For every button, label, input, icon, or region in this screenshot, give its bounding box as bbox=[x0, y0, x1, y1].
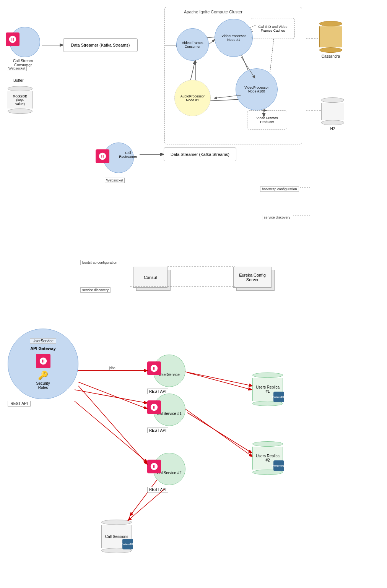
svg-line-16 bbox=[180, 405, 252, 457]
rest-api-label-1: REST API bbox=[8, 401, 31, 407]
call-service-2-node: CallService #2 REST API bbox=[147, 453, 185, 492]
call-stream-consumer-node: Call StreamConsumer bbox=[6, 23, 40, 67]
user-service-label: UserService bbox=[159, 373, 179, 377]
rocksdb-node: RocksDB (key-value) bbox=[8, 86, 33, 114]
postgresql-badge-2: PostgreSQL bbox=[273, 460, 284, 471]
consul-box: Consul bbox=[133, 267, 171, 292]
svg-line-14 bbox=[180, 371, 252, 386]
video-proc-node1-label: VideoProccesorNode #1 bbox=[221, 34, 246, 42]
service-discovery-label-2: service discovery bbox=[80, 287, 111, 293]
key-icon: 🔑 bbox=[38, 371, 48, 381]
user-service-inner-label: UserService bbox=[30, 338, 56, 344]
bootstrap-config-label-2: bootstrap configuration bbox=[80, 260, 119, 265]
call-sid-cache-label: Call SID and VideoFrames Caches bbox=[259, 25, 288, 32]
svg-line-20 bbox=[209, 40, 215, 44]
svg-line-30 bbox=[187, 413, 252, 453]
buffer-label: Buffer bbox=[13, 78, 24, 83]
call-sessions-label: Call Sessions bbox=[105, 535, 128, 539]
call-sessions-node: Call Sessions PostgreSQL bbox=[101, 520, 132, 553]
data-streamer-box-2: Data Streamer (Kafka Streams) bbox=[164, 147, 236, 161]
pg-label-3: PostgreSQL bbox=[121, 543, 135, 545]
rest-api-label-4: REST API bbox=[147, 487, 168, 492]
service-discovery-label-1: service discovery bbox=[262, 215, 292, 220]
cassandra-label: Cassandra bbox=[322, 54, 340, 58]
data-streamer-label-2: Data Streamer (Kafka Streams) bbox=[171, 152, 229, 157]
svg-line-31 bbox=[78, 386, 147, 464]
call-sid-cache-box: Call SID and VideoFrames Caches bbox=[251, 18, 295, 39]
postgresql-badge-3: PostgreSQL bbox=[122, 539, 133, 549]
bootstrap-config-label-1: bootstrap configuration bbox=[260, 186, 299, 192]
security-roles-label: SecurityRoles bbox=[36, 381, 50, 390]
postgresql-badge-1: PostgreSQL bbox=[273, 392, 284, 402]
rest-api-label-3: REST API bbox=[147, 428, 168, 433]
jdbc-label: jdbc bbox=[109, 366, 115, 370]
pg-label-2: PostgreSQL bbox=[272, 465, 286, 467]
apache-ignite-cluster: Apache Ignite Compute Cluster Video Fram… bbox=[164, 7, 302, 144]
video-frames-producer-box: Video FramesProducer bbox=[247, 110, 287, 130]
users-replica-1-node: Users Replica#1 PostgreSQL bbox=[252, 373, 283, 406]
user-service-node: UserService REST API bbox=[147, 355, 185, 394]
data-streamer-label-1: Data Streamer (Kafka Streams) bbox=[71, 43, 130, 47]
svg-line-32 bbox=[128, 489, 164, 520]
call-service-1-node: CallService #1 REST API bbox=[147, 394, 185, 433]
websocket-label-2: Websocket bbox=[105, 178, 125, 183]
eureka-config-label: Eureka ConfigServer bbox=[239, 273, 266, 282]
data-streamer-box-1: Data Streamer (Kafka Streams) bbox=[63, 38, 138, 52]
call-restreamer-label: Call Restreamer bbox=[117, 151, 140, 159]
pg-label-1: PostgreSQL bbox=[272, 396, 286, 398]
h2-node: H2 bbox=[321, 97, 344, 131]
cassandra-node: Cassandra bbox=[319, 21, 342, 58]
api-gateway-node: UserService API Gateway 🔑 SecurityRoles … bbox=[8, 329, 78, 407]
diagram-container: Call StreamConsumer Websocket Buffer Roc… bbox=[0, 0, 387, 588]
call-restreamer-node: Call Restreamer Websocket bbox=[96, 143, 134, 183]
api-gateway-label: API Gateway bbox=[30, 346, 56, 351]
svg-line-26 bbox=[270, 38, 274, 72]
audio-proc-node1-label: AudioProcessorNode #1 bbox=[180, 94, 205, 102]
h2-label: H2 bbox=[330, 127, 335, 131]
video-frames-consumer-label: Video FramesConsumer bbox=[182, 41, 203, 49]
cluster-label: Apache Ignite Compute Cluster bbox=[184, 10, 242, 14]
svg-line-29 bbox=[78, 382, 147, 409]
eureka-config-box: Eureka ConfigServer bbox=[233, 267, 275, 292]
video-proc-node100-label: VideoProcessorNode #100 bbox=[244, 86, 268, 93]
svg-line-28 bbox=[187, 373, 252, 390]
svg-line-15 bbox=[75, 390, 147, 403]
websocket-label-1: Websocket bbox=[7, 66, 27, 71]
users-replica-2-node: Users Replica#2 PostgreSQL bbox=[252, 441, 283, 475]
video-frames-producer-label: Video FramesProducer bbox=[257, 116, 278, 124]
consul-label: Consul bbox=[144, 275, 157, 280]
svg-line-18 bbox=[75, 401, 147, 462]
